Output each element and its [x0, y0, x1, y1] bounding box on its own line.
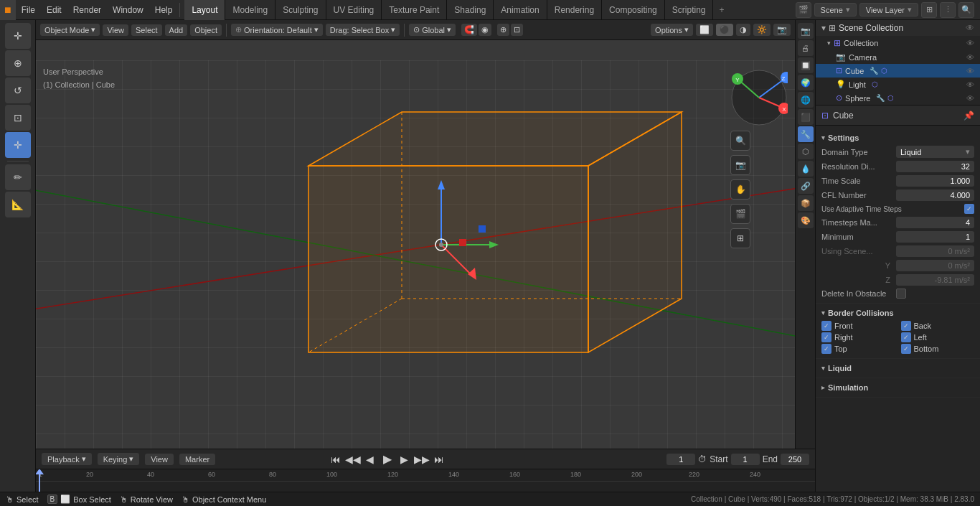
object-properties-btn[interactable]: ⬛: [798, 109, 814, 125]
camera-visibility-icon[interactable]: 👁: [966, 53, 974, 62]
prop-pin-icon[interactable]: 📌: [963, 111, 974, 121]
scale-tool-btn[interactable]: ⊡: [5, 105, 31, 131]
hand-gizmo[interactable]: ✋: [730, 179, 750, 200]
menu-window[interactable]: Window: [107, 0, 149, 20]
measure-tool-btn[interactable]: 📐: [5, 192, 31, 217]
viewport-overlays-btn[interactable]: ⊡: [511, 24, 523, 36]
tab-modeling[interactable]: Modeling: [225, 0, 275, 20]
scene-selector[interactable]: Scene ▾: [814, 3, 857, 17]
camera-row[interactable]: 📷 Camera 👁: [816, 50, 980, 64]
collection-visibility-icon[interactable]: 👁: [966, 39, 974, 47]
snap-toggle[interactable]: 🧲: [461, 24, 477, 36]
prev-frame-btn[interactable]: ◀◀: [346, 452, 360, 467]
bottom-collision-checkbox[interactable]: ✓: [901, 344, 911, 354]
top-collision-checkbox[interactable]: ✓: [821, 344, 831, 354]
move-tool-btn[interactable]: ⊕: [5, 50, 31, 76]
tab-rendering[interactable]: Rendering: [547, 0, 602, 20]
add-workspace-tab[interactable]: +: [713, 0, 730, 20]
options-btn[interactable]: Options ▾: [651, 24, 693, 36]
timesteps-max-value[interactable]: 4: [896, 217, 974, 228]
cube-visibility-icon[interactable]: 👁: [966, 67, 974, 75]
cursor-tool-btn[interactable]: ✛: [5, 23, 31, 49]
timeline-view-menu[interactable]: View: [145, 454, 174, 465]
zoom-in-gizmo[interactable]: 🔍: [730, 131, 750, 151]
grid-gizmo[interactable]: ⊞: [730, 228, 750, 248]
tab-sculpting[interactable]: Sculpting: [275, 0, 326, 20]
minimum-value[interactable]: 1: [896, 231, 974, 243]
new-window-icon[interactable]: ⊞: [921, 2, 937, 18]
material-properties-btn[interactable]: 🎨: [798, 212, 814, 228]
annotate-tool-btn[interactable]: ✏: [5, 164, 31, 190]
collection-eye[interactable]: 👁: [966, 23, 974, 33]
view-layer-selector[interactable]: View Layer ▾: [859, 3, 918, 17]
liquid-section-header[interactable]: ▾ Liquid: [821, 362, 974, 375]
window-options-icon[interactable]: ⋮: [940, 2, 956, 18]
mode-selector[interactable]: Object Mode ▾: [40, 24, 100, 36]
viewport-object-menu[interactable]: Object: [190, 24, 222, 36]
settings-section-header[interactable]: ▾ Settings: [821, 131, 974, 144]
next-frame-btn[interactable]: ▶▶: [415, 452, 429, 467]
viewport-gizmos-btn[interactable]: ⊕: [497, 24, 509, 36]
tab-animation[interactable]: Animation: [494, 0, 547, 20]
tab-uv-editing[interactable]: UV Editing: [326, 0, 382, 20]
domain-type-dropdown[interactable]: Liquid ▾: [896, 146, 974, 158]
tab-compositing[interactable]: Compositing: [602, 0, 665, 20]
3d-viewport[interactable]: User Perspective (1) Collection | Cube Z…: [36, 40, 795, 449]
viewport-select-menu[interactable]: Select: [131, 24, 162, 36]
menu-help[interactable]: Help: [149, 0, 179, 20]
timeline-marker-menu[interactable]: Marker: [179, 454, 215, 465]
left-collision-checkbox[interactable]: ✓: [901, 332, 911, 342]
viewport-add-menu[interactable]: Add: [165, 24, 188, 36]
view-layer-properties-btn[interactable]: 🔲: [798, 57, 814, 73]
output-properties-btn[interactable]: 🖨: [798, 40, 814, 56]
viewport-view-menu[interactable]: View: [103, 24, 128, 36]
camera-gizmo[interactable]: 📷: [730, 155, 750, 175]
scene-properties-btn[interactable]: 🌍: [798, 75, 814, 90]
timeline-playback-menu[interactable]: Playback ▾: [42, 453, 92, 465]
world-properties-btn[interactable]: 🌐: [798, 92, 814, 108]
rotate-tool-btn[interactable]: ↺: [5, 78, 31, 103]
proportional-btn[interactable]: ⊙ Global ▾: [409, 24, 456, 36]
jump-end-btn[interactable]: ⏭: [432, 452, 446, 467]
play-btn[interactable]: ▶: [380, 452, 395, 467]
tab-scripting[interactable]: Scripting: [665, 0, 714, 20]
border-collisions-header[interactable]: ▾ Border Collisions: [821, 306, 974, 319]
light-visibility-icon[interactable]: 👁: [966, 80, 974, 89]
menu-edit[interactable]: Edit: [41, 0, 67, 20]
simulation-section-header[interactable]: ▸ Simulation: [821, 381, 974, 394]
tab-shading[interactable]: Shading: [447, 0, 494, 20]
current-frame-input[interactable]: [666, 454, 695, 465]
constraints-properties-btn[interactable]: 🔗: [798, 178, 814, 194]
time-scale-value[interactable]: 1.000: [896, 175, 974, 187]
material-shading[interactable]: ◑: [736, 24, 750, 36]
back-collision-checkbox[interactable]: ✓: [901, 321, 911, 331]
axis-gizmo[interactable]: Z X Y: [730, 69, 788, 126]
cfl-value[interactable]: 4.000: [896, 189, 974, 201]
video-gizmo[interactable]: 🎬: [730, 204, 750, 224]
drag-type-btn[interactable]: Drag: Select Box ▾: [326, 24, 400, 36]
wireframe-shading[interactable]: ⬜: [696, 24, 713, 36]
render-properties-btn[interactable]: 📷: [798, 23, 814, 39]
delete-obstacle-checkbox[interactable]: [896, 289, 906, 299]
render-engine-icon[interactable]: 🎬: [796, 2, 811, 18]
app-icon[interactable]: ■: [0, 0, 16, 20]
light-row[interactable]: 💡 Light ⬡ 👁: [816, 78, 980, 91]
search-icon[interactable]: 🔍: [958, 2, 974, 18]
rendered-shading[interactable]: 🔆: [753, 24, 771, 36]
collection-row[interactable]: ▾ ⊞ Collection 👁: [816, 36, 980, 50]
tab-texture-paint[interactable]: Texture Paint: [382, 0, 447, 20]
menu-render[interactable]: Render: [67, 0, 107, 20]
start-frame-input[interactable]: [731, 454, 760, 465]
sphere-row[interactable]: ⊙ Sphere 🔧 ⬡ 👁: [816, 91, 980, 105]
modifier-properties-btn[interactable]: 🔧: [798, 126, 814, 142]
solid-shading[interactable]: ⚫: [716, 24, 733, 36]
transform-tool-btn[interactable]: ✛: [5, 132, 31, 158]
particles-properties-btn[interactable]: ⬡: [798, 144, 814, 159]
end-frame-input[interactable]: [781, 454, 809, 465]
physics-properties-btn[interactable]: 💧: [798, 161, 814, 177]
right-collision-checkbox[interactable]: ✓: [821, 332, 831, 342]
adaptive-timesteps-checkbox[interactable]: ✓: [964, 204, 974, 214]
sphere-visibility-icon[interactable]: 👁: [966, 94, 974, 103]
prev-keyframe-btn[interactable]: ◀: [363, 452, 377, 467]
transform-orientation-btn[interactable]: ⊕ Orientation: Default ▾: [231, 24, 323, 36]
